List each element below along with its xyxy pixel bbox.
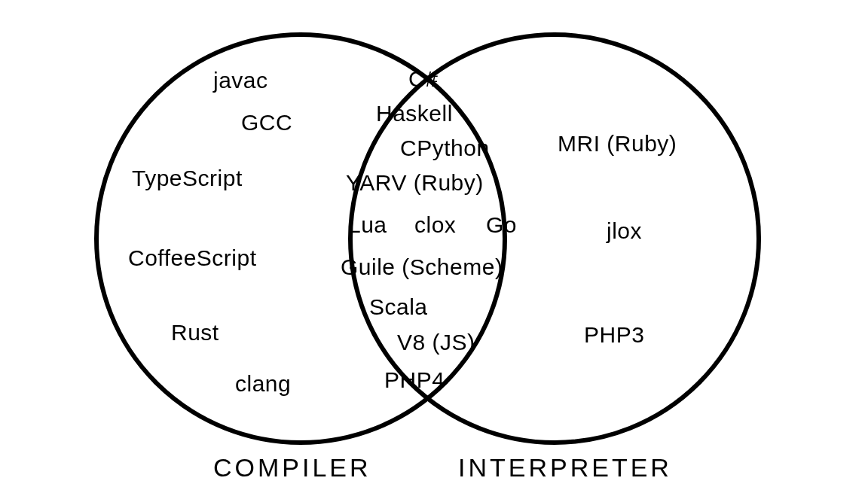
- item-mri: MRI (Ruby): [558, 132, 677, 155]
- interpreter-label: INTERPRETER: [458, 453, 672, 482]
- item-go: Go: [486, 214, 517, 236]
- item-php3: PHP3: [584, 324, 644, 346]
- item-lua: Lua: [348, 214, 387, 236]
- venn-diagram: javac GCC TypeScript CoffeeScript Rust c…: [0, 0, 868, 487]
- item-clox: clox: [414, 214, 456, 236]
- item-clang: clang: [235, 373, 291, 395]
- item-coffeescript: CoffeeScript: [128, 247, 257, 269]
- item-typescript: TypeScript: [132, 167, 243, 190]
- item-haskell: Haskell: [376, 102, 453, 125]
- item-jlox: jlox: [607, 220, 642, 242]
- item-gcc: GCC: [241, 111, 292, 134]
- item-guile: Guile (Scheme): [341, 256, 503, 279]
- item-scala: Scala: [369, 296, 428, 318]
- item-yarv: YARV (Ruby): [346, 172, 484, 194]
- compiler-label: COMPILER: [213, 453, 371, 482]
- item-rust: Rust: [171, 321, 219, 344]
- item-javac: javac: [213, 69, 268, 92]
- item-csharp: C#: [408, 68, 438, 90]
- item-php4: PHP4: [384, 369, 445, 391]
- item-v8: V8 (JS): [397, 331, 475, 354]
- item-cpython: CPython: [400, 137, 490, 160]
